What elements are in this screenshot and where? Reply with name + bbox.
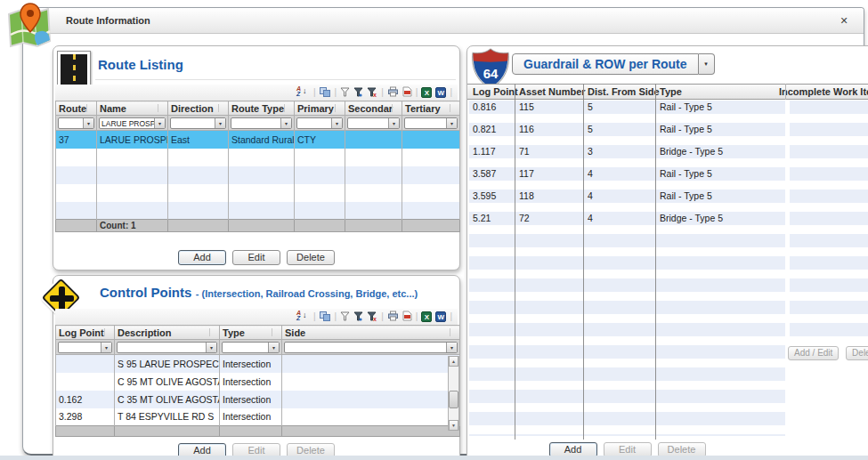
cell-log-point: 5.21 [473,212,491,225]
column-header-secondar[interactable]: Secondar [345,101,402,116]
chevron-down-icon: ▾ [446,343,457,352]
chevron-down-icon: ▾ [331,118,342,128]
column-header-name[interactable]: Name [97,101,168,116]
column-header-description[interactable]: Description [115,326,220,340]
add-button[interactable]: Add [178,250,226,265]
column-header-tertiary[interactable]: Tertiary [402,101,460,116]
copy-grid-icon[interactable] [320,311,331,322]
column-header-type[interactable]: Type [660,85,682,100]
scroll-up-icon[interactable]: ▲ [449,356,458,367]
chevron-down-icon[interactable]: ▾ [699,53,715,75]
divider: | [381,88,384,97]
filter-apply-icon[interactable] [353,85,363,101]
footer-row: Count: 1 [56,220,460,232]
export-pdf-icon[interactable] [402,309,412,325]
copy-grid-icon[interactable] [320,87,331,98]
chevron-down-icon: ▾ [83,118,93,128]
cell-log-point: 0.162 [56,391,115,408]
secondar-filter-dropdown[interactable]: ▾ [347,117,400,129]
guardrail-view-label[interactable]: Guardrail & ROW per Route [512,53,699,75]
chevron-down-icon: ▾ [206,343,216,352]
divider: | [381,312,384,321]
column-header-log-point[interactable]: Log Point [56,326,115,340]
export-excel-icon[interactable]: X [421,87,432,98]
log-point-filter-dropdown[interactable]: ▾ [58,342,112,353]
table-row[interactable]: 3.587 117 4 Rail - Type 5 [469,167,785,181]
column-divider [785,84,786,100]
route-filter-dropdown[interactable]: ▾ [58,117,94,129]
name-filter-dropdown[interactable]: LARUE PROSP...▾ [99,117,166,129]
filter-icon[interactable] [340,309,350,325]
cell-route-type: Standard Rural [229,131,295,149]
vertical-scrollbar[interactable]: ▲ ▼ [448,356,459,431]
export-excel-icon[interactable]: X [421,311,432,322]
close-icon[interactable]: ✕ [837,13,851,28]
column-header-primary[interactable]: Primary [295,101,345,116]
guardrail-view-selector: Guardrail & ROW per Route ▾ [512,53,715,75]
table-row[interactable]: 5.21 72 4 Bridge - Type 5 [469,212,785,225]
cell-side [282,391,460,408]
chevron-down-icon: ▾ [154,118,165,128]
delete-button[interactable]: Delete [287,250,335,265]
type-filter-dropdown[interactable]: ▾ [222,342,280,353]
sort-az-icon[interactable]: A Z ↓ [296,86,310,99]
cell-dist-from-side: 4 [588,167,593,181]
control-points-subtitle: - (Intersection, Railroad Crossing, Brid… [196,288,418,299]
filter-row: ▾ ▾ ▾ ▾ [56,340,460,355]
table-row[interactable]: 3.298 T 84 ESPYVILLE RD S Intersection [56,408,460,426]
cell-description: C 95 MT OLIVE AGOSTA RD [115,373,220,391]
scrollbar-thumb[interactable] [449,391,458,408]
filter-clear-icon[interactable]: x [367,85,377,101]
export-word-icon[interactable]: W [435,311,446,322]
table-row[interactable]: S 95 LARUE PROSPECT RD Intersection [56,355,460,373]
export-pdf-icon[interactable] [402,85,412,101]
cell-log-point: 1.117 [473,145,496,158]
divider: | [450,312,452,321]
table-row[interactable]: 0.816 115 5 Rail - Type 5 [469,101,785,114]
table-row-selected[interactable]: 37 LARUE PROSPECT RD East Standard Rural… [56,131,460,149]
primary-filter-dropdown[interactable]: ▾ [296,117,343,129]
column-header-route[interactable]: Route [56,101,97,116]
column-header-incomplete-work-item[interactable]: Incomplete Work Item [779,85,868,100]
print-icon[interactable] [387,85,399,101]
scroll-down-icon[interactable]: ▼ [449,420,458,431]
guardrail-table-body: 0.816 115 5 Rail - Type 5 0.821 116 5 Ra… [469,101,785,436]
work-item-add-edit-button[interactable]: Add / Edit [788,346,839,360]
print-icon[interactable] [387,309,399,325]
description-filter-dropdown[interactable]: ▾ [117,342,217,353]
cell-type: Rail - Type 5 [660,190,712,203]
tertiary-filter-dropdown[interactable]: ▾ [404,117,458,129]
column-header-log-point[interactable]: Log Point [473,85,518,100]
table-row[interactable]: 0.162 C 35 MT OLIVE AGOSTA RD Intersecti… [56,391,460,408]
column-header-side[interactable]: Side [282,326,460,340]
table-row[interactable]: 3.595 118 4 Rail - Type 5 [469,190,785,203]
column-header-dist-from-side[interactable]: Dist. From Side [588,85,660,100]
divider: | [450,88,452,97]
empty-row [56,166,460,184]
column-header-type[interactable]: Type [220,326,282,340]
side-filter-dropdown[interactable]: ▾ [284,342,458,353]
cell-type: Bridge - Type 5 [660,145,723,158]
column-header-route-type[interactable]: Route Type [229,101,295,116]
column-divider [515,84,515,440]
edit-button[interactable]: Edit [232,250,280,265]
control-points-toolbar: A Z ↓ | | x | | X W | [296,309,452,325]
cell-description: T 84 ESPYVILLE RD S [115,408,220,426]
table-row[interactable]: C 95 MT OLIVE AGOSTA RD Intersection [56,373,460,391]
window-titlebar[interactable]: Route Information ✕ [23,8,864,34]
filter-icon[interactable] [340,85,350,101]
table-row[interactable]: 1.117 71 3 Bridge - Type 5 [469,145,785,158]
route-type-filter-dropdown[interactable]: ▾ [231,117,292,129]
filter-clear-icon[interactable]: x [367,309,377,325]
column-header-asset-number[interactable]: Asset Number [519,85,586,100]
table-row[interactable]: 0.821 116 5 Rail - Type 5 [469,123,785,136]
cell-dist-from-side: 3 [588,145,593,158]
filter-apply-icon[interactable] [353,309,363,325]
work-item-delete-button[interactable]: Delete [846,346,868,360]
export-word-icon[interactable]: W [435,87,446,98]
cell-asset-number: 72 [519,212,530,225]
direction-filter-dropdown[interactable]: ▾ [170,117,226,129]
sort-az-icon[interactable]: A Z ↓ [296,311,310,323]
cell-direction: East [168,131,229,149]
column-header-direction[interactable]: Direction [168,101,229,116]
